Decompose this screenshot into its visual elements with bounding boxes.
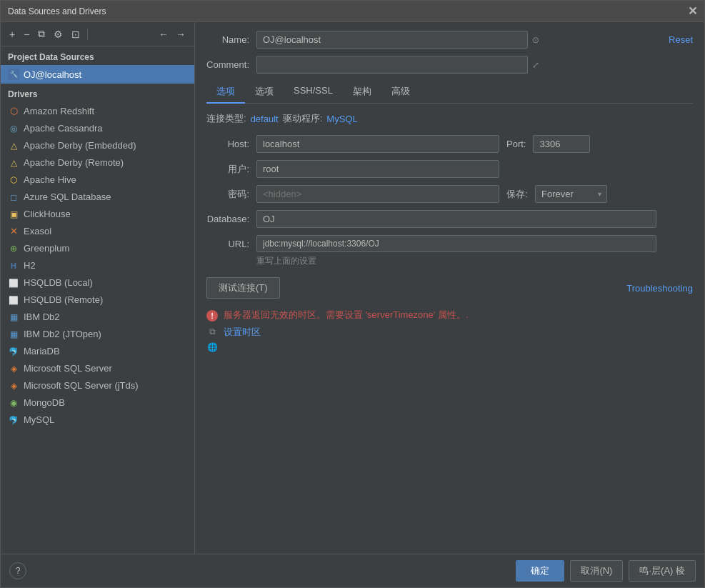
test-connection-row: 测试连接(T) Troubleshooting bbox=[206, 277, 693, 299]
clickhouse-icon bbox=[8, 208, 19, 219]
name-input[interactable] bbox=[256, 31, 528, 49]
driver-value[interactable]: MySQL bbox=[326, 114, 357, 124]
driver-ibm-db2-jtopen[interactable]: IBM Db2 (JTOpen) bbox=[1, 325, 194, 342]
settings-datasource-button[interactable]: ⚙ bbox=[51, 27, 66, 41]
driver-mongodb[interactable]: MongoDB bbox=[1, 394, 194, 411]
tab-options2[interactable]: 选项 bbox=[245, 81, 284, 104]
apply-button[interactable]: 鸣·层(A) 棱 bbox=[629, 560, 696, 582]
hsql-remote-icon bbox=[8, 294, 19, 305]
error-circle-icon: ! bbox=[206, 310, 218, 322]
toolbar-separator bbox=[87, 29, 88, 40]
tab-advanced[interactable]: 高级 bbox=[381, 81, 420, 104]
test-connection-button[interactable]: 测试连接(T) bbox=[206, 277, 280, 299]
nav-forward-button[interactable]: → bbox=[173, 27, 189, 41]
driver-mariadb[interactable]: MariaDB bbox=[1, 342, 194, 359]
conn-type-value[interactable]: default bbox=[251, 114, 279, 124]
comment-row: Comment: ⤢ bbox=[206, 56, 693, 74]
override-text: 重写上面的设置 bbox=[256, 255, 693, 267]
password-input[interactable] bbox=[256, 185, 499, 203]
driver-label: IBM Db2 (JTOpen) bbox=[24, 329, 101, 339]
driver-apache-derby-embedded[interactable]: Apache Derby (Embedded) bbox=[1, 136, 194, 154]
datasource-label-oj: OJ@localhost bbox=[24, 69, 81, 80]
database-input[interactable] bbox=[256, 210, 656, 228]
derby-embedded-icon bbox=[8, 139, 19, 151]
amazon-redshift-icon bbox=[8, 105, 19, 116]
driver-label: Exasol bbox=[24, 226, 51, 236]
driver-label: Amazon Redshift bbox=[24, 106, 94, 116]
driver-mssql-jtds[interactable]: Microsoft SQL Server (jTds) bbox=[1, 377, 194, 394]
datasource-item-oj[interactable]: 🔧 OJ@localhost bbox=[1, 65, 194, 84]
tab-options1[interactable]: 选项 bbox=[206, 81, 245, 104]
copy-datasource-button[interactable]: ⧉ bbox=[35, 26, 48, 41]
azure-icon bbox=[8, 191, 19, 202]
error-icons: ! ⧉ 🌐 bbox=[206, 309, 218, 353]
globe-icon[interactable]: 🌐 bbox=[206, 342, 218, 353]
name-row: Name: ⊙ Reset bbox=[206, 31, 693, 49]
driver-clickhouse[interactable]: ClickHouse bbox=[1, 205, 194, 222]
tabs-bar: 选项 选项 SSH/SSL 架构 高级 bbox=[206, 81, 693, 104]
driver-apache-hive[interactable]: Apache Hive bbox=[1, 171, 194, 188]
host-input[interactable] bbox=[256, 135, 499, 153]
driver-label: Apache Hive bbox=[24, 174, 76, 185]
driver-mysql[interactable]: MySQL bbox=[1, 411, 194, 428]
name-label: Name: bbox=[206, 34, 249, 45]
driver-label: Apache Derby (Remote) bbox=[24, 157, 124, 168]
driver-label: MariaDB bbox=[24, 346, 60, 357]
driver-label: IBM Db2 bbox=[24, 312, 60, 322]
bottom-bar: ? 确定 取消(N) 鸣·层(A) 棱 bbox=[1, 554, 704, 587]
driver-hsqldb-local[interactable]: HSQLDB (Local) bbox=[1, 274, 194, 291]
save-select[interactable]: Forever Until restart Never bbox=[535, 185, 607, 203]
nav-back-button[interactable]: ← bbox=[156, 27, 171, 41]
troubleshooting-link[interactable]: Troubleshooting bbox=[626, 283, 693, 294]
driver-apache-derby-remote[interactable]: Apache Derby (Remote) bbox=[1, 154, 194, 171]
expand-datasource-button[interactable]: ⊡ bbox=[69, 27, 83, 41]
ok-button[interactable]: 确定 bbox=[516, 560, 564, 582]
driver-apache-cassandra[interactable]: Apache Cassandra bbox=[1, 119, 194, 136]
driver-label: MongoDB bbox=[24, 397, 65, 408]
reset-button[interactable]: Reset bbox=[669, 34, 693, 45]
mongodb-icon bbox=[8, 397, 19, 408]
port-input[interactable] bbox=[533, 135, 590, 153]
greenplum-icon bbox=[8, 242, 19, 254]
driver-label: Azure SQL Database bbox=[24, 191, 111, 202]
hive-icon bbox=[8, 174, 19, 185]
sidebar-toolbar: + − ⧉ ⚙ ⊡ ← → bbox=[1, 22, 194, 46]
user-input[interactable] bbox=[256, 160, 499, 178]
name-row-left: Name: ⊙ bbox=[206, 31, 669, 49]
drivers-list: Amazon Redshift Apache Cassandra Apache … bbox=[1, 102, 194, 554]
tab-schema[interactable]: 架构 bbox=[343, 81, 381, 104]
copy-error-icon[interactable]: ⧉ bbox=[206, 326, 218, 337]
database-row: Database: bbox=[206, 210, 693, 228]
exasol-icon bbox=[8, 225, 19, 236]
oj-icon-shape: 🔧 bbox=[8, 69, 19, 80]
driver-greenplum[interactable]: Greenplum bbox=[1, 239, 194, 256]
conn-type-label: 连接类型: bbox=[206, 112, 246, 125]
driver-ibm-db2[interactable]: IBM Db2 bbox=[1, 308, 194, 325]
driver-amazon-redshift[interactable]: Amazon Redshift bbox=[1, 102, 194, 119]
driver-mssql[interactable]: Microsoft SQL Server bbox=[1, 359, 194, 377]
driver-label: Greenplum bbox=[24, 243, 69, 254]
database-label: Database: bbox=[206, 214, 249, 224]
error-section: ! ⧉ 🌐 服务器返回无效的时区。需要设置 'serverTimezone' 属… bbox=[206, 309, 693, 353]
mssql-jtds-icon bbox=[8, 379, 19, 391]
comment-input[interactable] bbox=[256, 56, 528, 74]
driver-azure-sql[interactable]: Azure SQL Database bbox=[1, 188, 194, 205]
password-row: 密码: 保存: Forever Until restart Never bbox=[206, 185, 693, 203]
add-datasource-button[interactable]: + bbox=[6, 27, 18, 41]
title-bar: Data Sources and Drivers ✕ bbox=[1, 1, 704, 22]
tab-ssh-ssl[interactable]: SSH/SSL bbox=[284, 81, 343, 104]
url-input[interactable] bbox=[256, 235, 656, 252]
cancel-button[interactable]: 取消(N) bbox=[570, 560, 623, 582]
driver-exasol[interactable]: Exasol bbox=[1, 222, 194, 239]
timezone-link[interactable]: 设置时区 bbox=[224, 327, 261, 337]
right-panel: Name: ⊙ Reset Comment: ⤢ 选项 选 bbox=[195, 22, 704, 554]
help-button[interactable]: ? bbox=[9, 562, 26, 579]
close-button[interactable]: ✕ bbox=[688, 4, 697, 18]
hsql-local-icon bbox=[8, 276, 19, 288]
driver-h2[interactable]: H2 bbox=[1, 256, 194, 274]
driver-label: HSQLDB (Remote) bbox=[24, 294, 103, 305]
remove-datasource-button[interactable]: − bbox=[21, 27, 32, 41]
driver-hsqldb-remote[interactable]: HSQLDB (Remote) bbox=[1, 291, 194, 308]
error-message: 服务器返回无效的时区。需要设置 'serverTimezone' 属性。. bbox=[224, 309, 693, 322]
user-row: 用户: bbox=[206, 160, 693, 178]
